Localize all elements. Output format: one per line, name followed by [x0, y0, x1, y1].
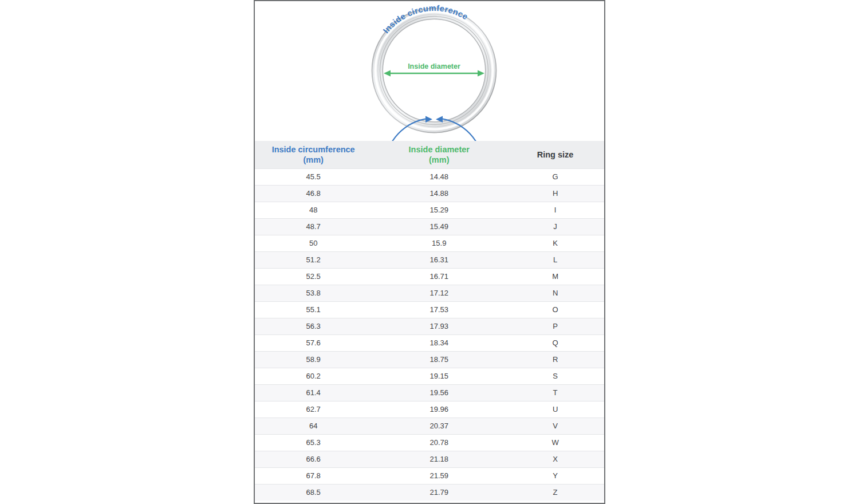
- ring-diagram: Inside circumference Inside diameter: [255, 1, 604, 141]
- ring-size-cell: O: [506, 301, 604, 318]
- diameter-cell: 14.48: [372, 168, 506, 185]
- table-row: 64 20.37 V: [255, 418, 604, 434]
- diameter-cell: 20.37: [372, 418, 506, 434]
- table-row: 58.9 18.75 R: [255, 351, 604, 368]
- ring-size-card: Inside circumference Inside diameter Ins…: [254, 0, 605, 504]
- ring-size-cell: K: [506, 235, 604, 251]
- diameter-cell: 18.34: [372, 334, 506, 351]
- diameter-cell: 21.79: [372, 484, 506, 501]
- ring-diagram-area: Inside circumference Inside diameter: [255, 1, 604, 141]
- diameter-cell: 21.59: [372, 467, 506, 484]
- diameter-cell: 16.71: [372, 268, 506, 285]
- col-header-ring-size: Ring size: [506, 141, 604, 168]
- ring-size-cell: H: [506, 185, 604, 202]
- diameter-label: Inside diameter: [408, 62, 460, 70]
- ring-size-table: Inside circumference (mm) Inside diamete…: [255, 141, 604, 501]
- circumference-cell: 61.4: [255, 384, 372, 401]
- ring-size-cell: V: [506, 418, 604, 434]
- diameter-cell: 19.96: [372, 401, 506, 418]
- table-row: 48.7 15.49 J: [255, 218, 604, 235]
- ring-size-cell: X: [506, 451, 604, 467]
- diameter-cell: 17.53: [372, 301, 506, 318]
- table-row: 57.6 18.34 Q: [255, 334, 604, 351]
- col-header-diameter-label: Inside diameter: [409, 145, 470, 154]
- diameter-cell: 17.12: [372, 285, 506, 301]
- circumference-cell: 48.7: [255, 218, 372, 235]
- ring-size-cell: N: [506, 285, 604, 301]
- diameter-cell: 16.31: [372, 251, 506, 268]
- ring-size-cell: J: [506, 218, 604, 235]
- circumference-cell: 60.2: [255, 368, 372, 384]
- ring-size-cell: Q: [506, 334, 604, 351]
- ring-size-cell: G: [506, 168, 604, 185]
- circumference-cell: 48: [255, 202, 372, 218]
- table-row: 62.7 19.96 U: [255, 401, 604, 418]
- table-row: 68.5 21.79 Z: [255, 484, 604, 501]
- table-header-row: Inside circumference (mm) Inside diamete…: [255, 141, 604, 168]
- ring-size-cell: I: [506, 202, 604, 218]
- ring-size-cell: W: [506, 434, 604, 451]
- table-row: 48 15.29 I: [255, 202, 604, 218]
- circumference-cell: 55.1: [255, 301, 372, 318]
- ring-size-cell: Z: [506, 484, 604, 501]
- table-row: 50 15.9 K: [255, 235, 604, 251]
- circumference-cell: 67.8: [255, 467, 372, 484]
- ring-size-cell: U: [506, 401, 604, 418]
- diameter-cell: 15.49: [372, 218, 506, 235]
- col-header-diameter-unit: (mm): [429, 155, 449, 164]
- table-row: 51.2 16.31 L: [255, 251, 604, 268]
- circumference-cell: 58.9: [255, 351, 372, 368]
- diameter-cell: 14.88: [372, 185, 506, 202]
- circumference-cell: 52.5: [255, 268, 372, 285]
- table-row: 46.8 14.88 H: [255, 185, 604, 202]
- circumference-cell: 56.3: [255, 318, 372, 334]
- diameter-cell: 19.56: [372, 384, 506, 401]
- col-header-circumference: Inside circumference (mm): [255, 141, 372, 168]
- table-row: 61.4 19.56 T: [255, 384, 604, 401]
- table-row: 52.5 16.71 M: [255, 268, 604, 285]
- col-header-circumference-unit: (mm): [303, 155, 323, 164]
- table-row: 53.8 17.12 N: [255, 285, 604, 301]
- circumference-cell: 45.5: [255, 168, 372, 185]
- ring-size-cell: P: [506, 318, 604, 334]
- circumference-cell: 62.7: [255, 401, 372, 418]
- circumference-cell: 50: [255, 235, 372, 251]
- table-row: 67.8 21.59 Y: [255, 467, 604, 484]
- ring-size-cell: Y: [506, 467, 604, 484]
- ring-size-cell: M: [506, 268, 604, 285]
- ring-size-cell: T: [506, 384, 604, 401]
- col-header-diameter: Inside diameter (mm): [372, 141, 506, 168]
- table-row: 45.5 14.48 G: [255, 168, 604, 185]
- table-row: 55.1 17.53 O: [255, 301, 604, 318]
- circumference-cell: 53.8: [255, 285, 372, 301]
- circumference-cell: 57.6: [255, 334, 372, 351]
- table-body: 45.5 14.48 G 46.8 14.88 H 48 15.29 I 48.…: [255, 168, 604, 501]
- table-row: 65.3 20.78 W: [255, 434, 604, 451]
- ring-size-cell: L: [506, 251, 604, 268]
- table-row: 60.2 19.15 S: [255, 368, 604, 384]
- diameter-cell: 15.29: [372, 202, 506, 218]
- circumference-cell: 46.8: [255, 185, 372, 202]
- circumference-cell: 68.5: [255, 484, 372, 501]
- col-header-ring-size-label: Ring size: [537, 150, 574, 159]
- table-row: 56.3 17.93 P: [255, 318, 604, 334]
- arrowhead-left-icon: [384, 70, 391, 76]
- diameter-cell: 20.78: [372, 434, 506, 451]
- ring-size-cell: S: [506, 368, 604, 384]
- ring-size-cell: R: [506, 351, 604, 368]
- diameter-cell: 18.75: [372, 351, 506, 368]
- circumference-cell: 64: [255, 418, 372, 434]
- arrowhead-right-icon: [478, 70, 484, 76]
- table-row: 66.6 21.18 X: [255, 451, 604, 467]
- diameter-cell: 17.93: [372, 318, 506, 334]
- circumference-cell: 51.2: [255, 251, 372, 268]
- circumference-cell: 66.6: [255, 451, 372, 467]
- diameter-arrow: [384, 70, 484, 76]
- col-header-circumference-label: Inside circumference: [272, 145, 355, 154]
- diameter-cell: 21.18: [372, 451, 506, 467]
- circumference-cell: 65.3: [255, 434, 372, 451]
- diameter-cell: 15.9: [372, 235, 506, 251]
- diameter-cell: 19.15: [372, 368, 506, 384]
